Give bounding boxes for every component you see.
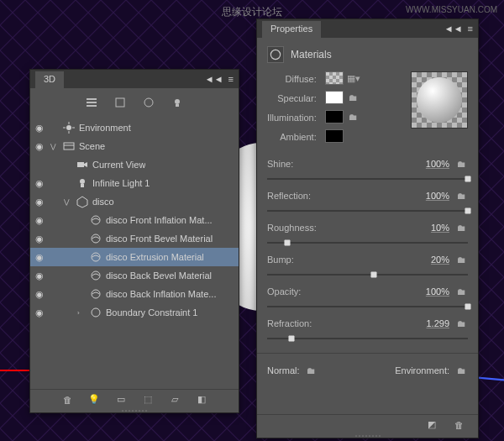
svg-point-7 xyxy=(66,125,71,130)
tree-row-3[interactable]: ◉Infinite Light 1 xyxy=(30,174,239,192)
slider-value-1[interactable]: 100% xyxy=(406,191,449,201)
visibility-icon[interactable]: ◉ xyxy=(35,307,47,318)
label-environment: Environment: xyxy=(395,365,449,375)
slider-texture-icon[interactable]: 🖿 xyxy=(454,223,468,233)
slider-texture-icon[interactable]: 🖿 xyxy=(454,318,468,328)
visibility-icon[interactable]: ◉ xyxy=(35,123,47,134)
visibility-icon[interactable]: ◉ xyxy=(35,178,47,189)
normal-texture-icon[interactable]: 🖿 xyxy=(305,364,318,377)
svg-point-5 xyxy=(175,99,180,104)
section-title: Materials xyxy=(291,49,332,60)
diffuse-swatch[interactable] xyxy=(325,71,344,85)
mat-icon xyxy=(89,250,102,264)
tree-row-0[interactable]: ◉Environment xyxy=(30,118,239,137)
tree-row-9[interactable]: ◉disco Back Inflation Mate... xyxy=(30,285,239,303)
tree-label: Boundary Constraint 1 xyxy=(106,307,197,318)
svg-rect-2 xyxy=(87,105,97,107)
label-normal: Normal: xyxy=(267,365,300,375)
filter-material-icon[interactable] xyxy=(141,95,156,110)
slider-track-5[interactable] xyxy=(267,333,468,344)
light-add-icon[interactable]: 💡 xyxy=(87,392,102,407)
slider-label-5: Refraction: xyxy=(267,318,312,328)
visibility-icon[interactable]: ◉ xyxy=(35,141,47,152)
slider-thumb[interactable] xyxy=(286,333,297,344)
slider-track-0[interactable] xyxy=(267,173,468,185)
slider-track-1[interactable] xyxy=(267,205,468,217)
slider-thumb[interactable] xyxy=(462,205,474,217)
tree-row-2[interactable]: Current View xyxy=(30,155,239,174)
panel-menu-icon[interactable]: ≡ xyxy=(228,74,234,84)
delete-icon[interactable]: 🗑 xyxy=(451,417,466,433)
slider-thumb[interactable] xyxy=(368,269,380,281)
visibility-icon[interactable]: ◉ xyxy=(35,289,47,300)
trash-icon[interactable]: 🗑 xyxy=(60,392,75,407)
filter-mesh-icon[interactable] xyxy=(113,95,128,110)
plane-icon[interactable]: ▱ xyxy=(167,392,182,407)
slider-value-3[interactable]: 20% xyxy=(406,255,449,265)
slider-track-3[interactable] xyxy=(267,269,468,281)
collapse-icon[interactable]: ◄◄ xyxy=(444,24,463,34)
svg-marker-18 xyxy=(77,197,87,207)
tree-row-4[interactable]: ◉⋁disco xyxy=(30,192,239,211)
3d-toolbar xyxy=(30,88,239,117)
render-icon[interactable]: ▭ xyxy=(113,392,129,407)
slider-thumb[interactable] xyxy=(281,237,293,249)
svg-point-24 xyxy=(92,308,100,317)
visibility-icon[interactable]: ◉ xyxy=(35,270,47,281)
collapse-icon[interactable]: ◄◄ xyxy=(205,74,223,84)
illumination-swatch[interactable] xyxy=(325,110,344,123)
expand-arrow[interactable]: ⋁ xyxy=(50,143,59,150)
tree-row-6[interactable]: ◉disco Front Bevel Material xyxy=(30,229,239,248)
specular-texture-icon[interactable]: 🖿 xyxy=(347,91,360,104)
slider-track-2[interactable] xyxy=(267,237,468,249)
svg-rect-1 xyxy=(87,102,97,103)
env-icon xyxy=(62,121,76,134)
environment-texture-icon[interactable]: 🖿 xyxy=(454,364,468,377)
watermark-main: 思缘设计论坛 xyxy=(222,5,282,19)
slider-track-4[interactable] xyxy=(267,301,468,312)
tab-properties[interactable]: Properties xyxy=(262,21,321,38)
tree-label: disco Back Inflation Mate... xyxy=(106,289,216,299)
material-preview[interactable] xyxy=(411,71,468,129)
expand-arrow[interactable]: ⋁ xyxy=(64,198,72,206)
mat-icon xyxy=(89,287,102,301)
visibility-icon[interactable]: ◉ xyxy=(35,252,47,263)
slider-value-0[interactable]: 100% xyxy=(406,159,449,169)
visibility-icon[interactable]: ◉ xyxy=(35,215,47,226)
slider-texture-icon[interactable]: 🖿 xyxy=(454,191,468,201)
tree-row-8[interactable]: ◉disco Back Bevel Material xyxy=(30,266,239,285)
tree-row-5[interactable]: ◉disco Front Inflation Mat... xyxy=(30,211,239,229)
tree-row-1[interactable]: ◉⋁Scene xyxy=(30,137,239,155)
render-sel-icon[interactable]: ◩ xyxy=(424,417,439,433)
filter-layers-icon[interactable] xyxy=(84,95,99,110)
slider-value-4[interactable]: 100% xyxy=(406,286,449,297)
diffuse-texture-icon[interactable]: ▦▾ xyxy=(347,71,360,85)
materials-icon xyxy=(267,46,284,63)
new-icon[interactable]: ◧ xyxy=(194,392,209,407)
slider-value-5[interactable]: 1.299 xyxy=(406,318,449,328)
tree-row-10[interactable]: ◉›Boundary Constraint 1 xyxy=(30,303,239,322)
ambient-swatch[interactable] xyxy=(325,129,344,143)
slider-thumb[interactable] xyxy=(462,301,474,312)
tree-label: disco Front Bevel Material xyxy=(106,234,213,244)
tree-label: Environment xyxy=(79,123,131,133)
tab-3d[interactable]: 3D xyxy=(35,71,64,88)
light-icon xyxy=(76,176,89,190)
visibility-icon[interactable]: ◉ xyxy=(35,234,47,244)
tree-row-7[interactable]: ◉disco Extrusion Material xyxy=(30,248,239,266)
slider-label-0: Shine: xyxy=(267,159,293,169)
specular-swatch[interactable] xyxy=(325,91,344,104)
slider-thumb[interactable] xyxy=(462,173,474,185)
svg-rect-0 xyxy=(87,98,97,100)
slider-value-2[interactable]: 10% xyxy=(406,223,449,233)
slider-texture-icon[interactable]: 🖿 xyxy=(454,159,468,169)
ground-icon[interactable]: ⬚ xyxy=(140,392,155,407)
visibility-icon[interactable]: ◉ xyxy=(35,197,47,207)
illumination-texture-icon[interactable]: 🖿 xyxy=(347,110,360,123)
slider-texture-icon[interactable]: 🖿 xyxy=(454,286,468,297)
panel-3d: 3D ◄◄ ≡ ◉Environment◉⋁SceneCurrent View◉… xyxy=(29,69,239,413)
expand-arrow[interactable]: › xyxy=(77,309,86,317)
slider-texture-icon[interactable]: 🖿 xyxy=(454,255,468,265)
panel-menu-icon[interactable]: ≡ xyxy=(468,24,473,34)
filter-light-icon[interactable] xyxy=(170,95,185,110)
